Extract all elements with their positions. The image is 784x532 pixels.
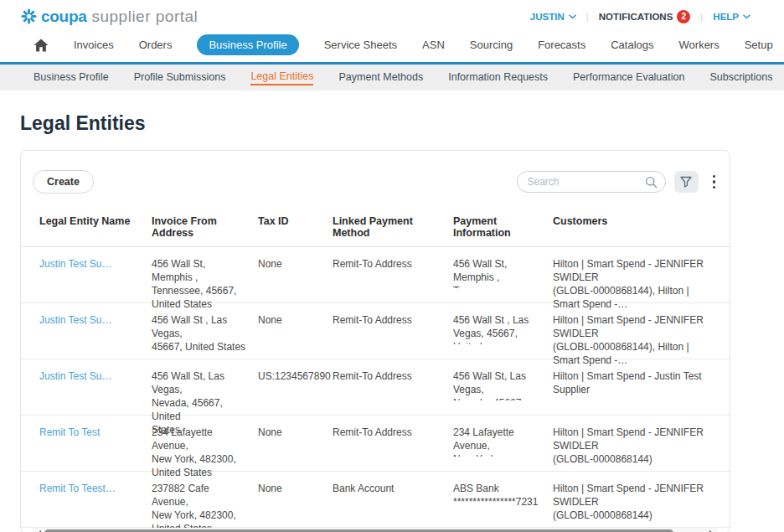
linked-payment-method-cell: Remit-To Address bbox=[333, 313, 453, 327]
table-row: Justin Test Su… 456 Wall St , Las Vegas,… bbox=[21, 303, 730, 359]
col-header-linked-payment-method: Linked Payment Method bbox=[333, 215, 453, 239]
linked-payment-method-cell: Remit-To Address bbox=[333, 426, 453, 439]
tax-id-cell: US:1234567890 bbox=[258, 369, 333, 383]
invoice-from-address-cell: 237882 Cafe Avenue, New York, 482300, Un… bbox=[152, 482, 258, 532]
nav-service-sheets[interactable]: Service Sheets bbox=[324, 39, 397, 51]
table-row: Justin Test Su… 456 Wall St, Memphis , T… bbox=[21, 247, 730, 303]
col-header-customers: Customers bbox=[553, 215, 723, 239]
filter-button[interactable] bbox=[674, 171, 699, 193]
chevron-down-icon bbox=[569, 14, 576, 19]
col-header-tax-id: Tax ID bbox=[258, 215, 333, 239]
subnav-subscriptions[interactable]: Subscriptions bbox=[709, 71, 772, 85]
nav-home[interactable] bbox=[34, 39, 49, 52]
notifications-badge: 2 bbox=[677, 10, 690, 23]
payment-information-cell: ABS Bank ****************7231 bbox=[453, 482, 553, 509]
nav-catalogs[interactable]: Catalogs bbox=[611, 39, 653, 51]
table-row: Remit To Test 234 Lafayette Avenue, New … bbox=[21, 416, 730, 472]
nav-forecasts[interactable]: Forecasts bbox=[538, 39, 585, 51]
user-menu[interactable]: JUSTIN bbox=[530, 12, 576, 22]
more-options-button[interactable] bbox=[710, 173, 719, 192]
help-label: HELP bbox=[713, 12, 739, 22]
nav-sourcing[interactable]: Sourcing bbox=[470, 39, 513, 51]
legal-entity-link[interactable]: Justin Test Su… bbox=[39, 369, 152, 383]
chevron-down-icon bbox=[743, 14, 750, 19]
tax-id-cell: None bbox=[258, 426, 333, 439]
nav-asn[interactable]: ASN bbox=[422, 39, 445, 51]
logo-suffix-text: supplier portal bbox=[91, 8, 198, 26]
logo-brand-text: coupa bbox=[41, 8, 86, 26]
legal-entity-link[interactable]: Remit To Teest… bbox=[39, 482, 152, 495]
user-menu-label: JUSTIN bbox=[530, 12, 565, 22]
table-header-row: Legal Entity Name Invoice From Address T… bbox=[21, 215, 730, 247]
search-icon bbox=[645, 176, 658, 189]
subnav-legal-entities[interactable]: Legal Entities bbox=[250, 70, 313, 85]
nav-invoices[interactable]: Invoices bbox=[74, 39, 114, 51]
invoice-from-address-cell: 456 Wall St , Las Vegas, 45667, United S… bbox=[152, 313, 258, 354]
tax-id-cell: None bbox=[258, 482, 333, 495]
main-content: Legal Entities Create bbox=[0, 112, 784, 532]
subnav-performance-evaluation[interactable]: Performance Evaluation bbox=[573, 71, 684, 85]
tax-id-cell: None bbox=[258, 313, 333, 327]
subnav-business-profile[interactable]: Business Profile bbox=[34, 71, 109, 85]
legal-entities-card: Create bbox=[20, 150, 730, 532]
payment-information-cell: 456 Wall St, Memphis , Tennessee, 45667,… bbox=[453, 257, 553, 288]
table-row: Justin Test Su… 456 Wall St, Las Vegas, … bbox=[21, 359, 730, 416]
horizontal-scrollbar bbox=[33, 528, 718, 532]
nav-workers[interactable]: Workers bbox=[679, 39, 720, 51]
kebab-dot bbox=[713, 186, 716, 189]
nav-setup[interactable]: Setup bbox=[745, 39, 773, 51]
create-button[interactable]: Create bbox=[33, 170, 94, 194]
scrollbar-track[interactable] bbox=[44, 528, 706, 532]
search-input[interactable] bbox=[517, 171, 666, 193]
divider: | bbox=[700, 12, 703, 22]
linked-payment-method-cell: Remit-To Address bbox=[333, 257, 453, 271]
home-icon bbox=[34, 39, 49, 52]
payment-information-cell: 456 Wall St , Las Vegas, 45667, United… bbox=[453, 313, 553, 344]
nav-orders[interactable]: Orders bbox=[139, 39, 173, 51]
kebab-dot bbox=[713, 180, 716, 183]
subnav-information-requests[interactable]: Information Requests bbox=[448, 71, 548, 85]
notifications-link[interactable]: NOTIFICATIONS 2 bbox=[599, 10, 691, 23]
legal-entity-link[interactable]: Justin Test Su… bbox=[39, 257, 152, 271]
legal-entity-link[interactable]: Remit To Test bbox=[39, 426, 152, 439]
kebab-dot bbox=[713, 175, 716, 178]
col-header-invoice-from-address: Invoice From Address bbox=[152, 215, 258, 239]
payment-information-cell: 456 Wall St, Las Vegas, Nevada, 45667, U… bbox=[453, 369, 553, 400]
col-header-payment-information: Payment Information bbox=[453, 215, 553, 239]
customers-cell: Hilton | Smart Spend - Justin Test Suppl… bbox=[553, 369, 723, 396]
divider: | bbox=[586, 12, 589, 22]
legal-entity-link[interactable]: Justin Test Su… bbox=[39, 313, 152, 327]
help-menu[interactable]: HELP bbox=[713, 12, 750, 22]
search-box bbox=[517, 171, 666, 193]
notifications-label: NOTIFICATIONS bbox=[599, 12, 673, 22]
linked-payment-method-cell: Remit-To Address bbox=[333, 369, 453, 383]
subnav-payment-methods[interactable]: Payment Methods bbox=[338, 71, 423, 85]
top-bar: coupa supplier portal JUSTIN | NOTIFICAT… bbox=[0, 0, 784, 31]
toolbar: Create bbox=[21, 151, 730, 194]
sub-nav: Business Profile Profile Submissions Leg… bbox=[0, 65, 784, 90]
table-row: Remit To Teest… 237882 Cafe Avenue, New … bbox=[21, 472, 730, 528]
payment-information-cell: 234 Lafayette Avenue, New York, 482300,…… bbox=[453, 426, 553, 457]
nav-business-profile[interactable]: Business Profile bbox=[197, 34, 298, 55]
main-nav: Invoices Orders Business Profile Service… bbox=[0, 31, 784, 62]
customers-cell: Hilton | Smart Spend - JENNIFER SWIDLER … bbox=[553, 426, 723, 466]
coupa-flower-icon bbox=[20, 8, 38, 25]
linked-payment-method-cell: Bank Account bbox=[333, 482, 453, 495]
customers-cell: Hilton | Smart Spend - JENNIFER SWIDLER … bbox=[553, 482, 723, 522]
tax-id-cell: None bbox=[258, 257, 333, 271]
coupa-logo[interactable]: coupa supplier portal bbox=[20, 8, 198, 26]
filter-funnel-icon bbox=[680, 176, 692, 188]
subnav-profile-submissions[interactable]: Profile Submissions bbox=[134, 71, 226, 85]
page-title: Legal Entities bbox=[20, 112, 784, 135]
col-header-legal-entity-name: Legal Entity Name bbox=[39, 215, 152, 239]
